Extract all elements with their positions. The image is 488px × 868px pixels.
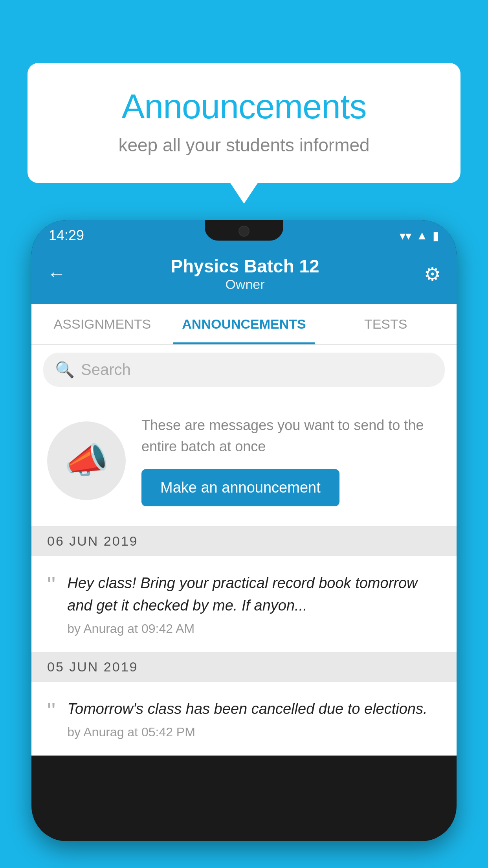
status-time: 14:29: [49, 227, 84, 244]
screen-content: 🔍 Search 📣 These are messages you want t…: [31, 345, 457, 756]
battery-icon: ▮: [433, 229, 439, 243]
tab-announcements[interactable]: ANNOUNCEMENTS: [173, 304, 315, 344]
date-separator-1: 06 JUN 2019: [31, 526, 457, 556]
announcement-icon-circle: 📣: [47, 421, 126, 500]
message-meta-2: by Anurag at 05:42 PM: [67, 725, 441, 739]
header-title-group: Physics Batch 12 Owner: [171, 256, 319, 292]
message-item-1: " Hey class! Bring your practical record…: [31, 556, 457, 652]
search-icon: 🔍: [55, 360, 75, 379]
search-container: 🔍 Search: [31, 345, 457, 395]
wifi-icon: ▾▾: [400, 229, 411, 243]
message-meta-1: by Anurag at 09:42 AM: [67, 622, 441, 636]
phone-wrapper: 14:29 ▾▾ ▲ ▮ ← Physics Batch 12 Owner ⚙ …: [31, 220, 457, 868]
speech-bubble-container: Announcements keep all your students inf…: [28, 63, 460, 183]
app-header: ← Physics Batch 12 Owner ⚙: [31, 248, 457, 304]
search-placeholder: Search: [81, 361, 131, 379]
message-content-2: Tomorrow's class has been cancelled due …: [67, 698, 441, 739]
message-content-1: Hey class! Bring your practical record b…: [67, 572, 441, 636]
tab-assignments[interactable]: ASSIGNMENTS: [31, 304, 173, 344]
date-separator-2: 05 JUN 2019: [31, 652, 457, 682]
message-text-1: Hey class! Bring your practical record b…: [67, 572, 441, 617]
phone-camera: [238, 226, 250, 237]
megaphone-icon: 📣: [64, 440, 108, 481]
speech-bubble: Announcements keep all your students inf…: [28, 63, 460, 183]
tab-tests[interactable]: TESTS: [315, 304, 457, 344]
settings-icon[interactable]: ⚙: [424, 263, 441, 285]
speech-bubble-title: Announcements: [59, 86, 429, 127]
announcement-prompt: 📣 These are messages you want to send to…: [31, 395, 457, 526]
search-bar[interactable]: 🔍 Search: [43, 353, 445, 387]
message-text-2: Tomorrow's class has been cancelled due …: [67, 698, 441, 720]
back-button[interactable]: ←: [47, 263, 66, 285]
header-subtitle: Owner: [171, 277, 319, 292]
quote-icon-1: ": [47, 574, 55, 597]
make-announcement-button[interactable]: Make an announcement: [141, 469, 339, 506]
speech-bubble-subtitle: keep all your students informed: [59, 134, 429, 156]
status-icons: ▾▾ ▲ ▮: [400, 229, 439, 243]
tabs-bar: ASSIGNMENTS ANNOUNCEMENTS TESTS: [31, 304, 457, 345]
phone-notch: [205, 220, 283, 241]
signal-icon: ▲: [416, 229, 428, 242]
phone: 14:29 ▾▾ ▲ ▮ ← Physics Batch 12 Owner ⚙ …: [31, 220, 457, 841]
quote-icon-2: ": [47, 699, 55, 723]
announcement-prompt-right: These are messages you want to send to t…: [141, 415, 441, 506]
message-item-2: " Tomorrow's class has been cancelled du…: [31, 682, 457, 756]
header-title: Physics Batch 12: [171, 256, 319, 277]
announcement-prompt-text: These are messages you want to send to t…: [141, 415, 441, 457]
